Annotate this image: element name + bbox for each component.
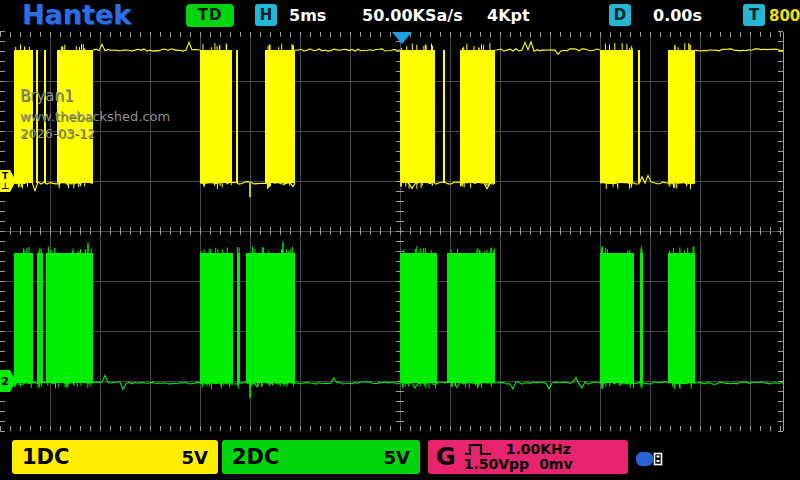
acquisition-mode-badge[interactable]: TD — [186, 4, 234, 27]
square-wave-icon — [464, 443, 492, 456]
watermark-date: 2026-03-12 — [20, 127, 170, 141]
ch2-settings-button[interactable]: 2DC 5V — [222, 440, 420, 474]
usb-device-icon — [636, 449, 666, 469]
delay-badge[interactable]: D — [609, 4, 631, 26]
signal-generator-button[interactable]: G 1.00KHz 1.50Vpp 0mv — [428, 440, 628, 474]
generator-readout: 1.00KHz 1.50Vpp 0mv — [464, 442, 573, 472]
watermark-username: Bryan1 — [20, 88, 170, 105]
memory-depth-value: 4Kpt — [487, 6, 530, 25]
ch2-coupling-label: 2DC — [232, 445, 279, 469]
generator-vpp: 1.50Vpp — [464, 457, 529, 472]
watermark-url: www.thebackshed.com — [20, 110, 170, 124]
timebase-value: 5ms — [289, 6, 326, 25]
ch2-volts-per-div: 5V — [384, 447, 410, 468]
status-bar: Hantek TD H 5ms 50.00KSa/s 4Kpt D 0.00s … — [0, 0, 800, 31]
horizontal-offset-value: 0.00s — [653, 6, 702, 25]
generator-offset: 0mv — [539, 457, 572, 472]
horizontal-badge[interactable]: H — [255, 4, 277, 26]
generator-label: G — [436, 443, 456, 471]
ch1-volts-per-div: 5V — [182, 447, 208, 468]
sample-rate-value: 50.00KSa/s — [362, 6, 463, 25]
generator-frequency: 1.00KHz — [506, 442, 571, 457]
trigger-level-value: 800mV — [769, 7, 800, 25]
ch1-level-marker[interactable]: T⊥ — [0, 170, 16, 192]
svg-text:2: 2 — [1, 375, 9, 388]
ch2-trace — [14, 242, 783, 398]
channel-bar: 1DC 5V 2DC 5V G 1.00KHz 1.50Vpp 0mv — [0, 437, 800, 480]
watermark: Bryan1 www.thebackshed.com 2026-03-12 — [20, 88, 170, 141]
trigger-badge[interactable]: T — [743, 4, 765, 26]
svg-text:T: T — [2, 171, 9, 181]
svg-text:⊥: ⊥ — [1, 181, 9, 191]
hantek-logo: Hantek — [22, 0, 131, 30]
trigger-position-marker[interactable] — [392, 32, 412, 44]
ch2-level-marker[interactable]: 2 — [0, 370, 16, 392]
ch1-coupling-label: 1DC — [22, 445, 69, 469]
ch1-settings-button[interactable]: 1DC 5V — [12, 440, 218, 474]
